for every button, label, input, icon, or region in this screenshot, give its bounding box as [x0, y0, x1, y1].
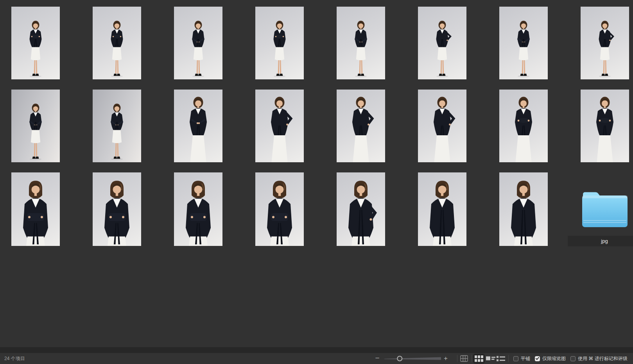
details-view-button[interactable]	[486, 355, 496, 362]
thumbnails-only-checkbox[interactable]	[535, 356, 540, 361]
check-icon	[536, 357, 539, 360]
table-view-button[interactable]	[460, 355, 469, 362]
portrait-photo	[174, 7, 222, 79]
photo-thumbnail[interactable]	[337, 7, 385, 79]
photo-thumbnail[interactable]	[174, 7, 222, 79]
photo-thumbnail[interactable]	[11, 172, 60, 246]
photo-thumbnail[interactable]	[174, 172, 222, 246]
photo-thumbnail[interactable]	[337, 172, 385, 246]
portrait-photo	[11, 172, 60, 246]
photo-thumbnail[interactable]	[255, 7, 304, 79]
photo-thumbnail[interactable]	[93, 7, 141, 79]
zoom-out-button[interactable]: −	[373, 353, 382, 364]
portrait-photo	[418, 7, 466, 79]
photo-thumbnail[interactable]	[418, 90, 466, 162]
photo-thumbnail[interactable]	[499, 90, 548, 162]
portrait-photo	[499, 7, 548, 79]
portrait-photo	[337, 7, 385, 79]
photo-thumbnail[interactable]	[255, 90, 304, 162]
portrait-photo	[174, 172, 222, 246]
divider	[508, 355, 509, 362]
folder-item-jpg[interactable]: jpg	[568, 172, 633, 247]
thumbnails-only-option[interactable]: 仅限缩览图	[535, 355, 566, 362]
photo-browser-window: jpg 24 个项目 − +	[0, 0, 633, 364]
photo-thumbnail[interactable]	[255, 172, 304, 246]
slider-knob[interactable]	[397, 356, 402, 361]
folder-icon	[581, 190, 628, 228]
photo-thumbnail[interactable]	[418, 172, 466, 246]
divider	[457, 355, 457, 362]
portrait-photo	[11, 7, 60, 79]
photo-thumbnail[interactable]	[581, 90, 629, 162]
thumbnail-grid: jpg	[0, 0, 633, 347]
divider	[472, 355, 472, 362]
portrait-photo	[255, 172, 304, 246]
list-view-icon	[497, 355, 506, 362]
photo-thumbnail[interactable]	[93, 172, 141, 246]
folder-label-bar: jpg	[568, 236, 633, 246]
portrait-photo	[174, 90, 222, 162]
portrait-photo	[255, 7, 304, 79]
thumbnail-size-slider[interactable]	[384, 355, 441, 362]
status-bar: 24 个项目 − +	[0, 353, 633, 364]
photo-thumbnail[interactable]	[337, 90, 385, 162]
cmd-tagging-checkbox-label[interactable]: 使用 ⌘ 进行标记和评级	[578, 355, 628, 362]
zoom-in-button[interactable]: +	[441, 353, 450, 364]
cmd-tagging-option[interactable]: 使用 ⌘ 进行标记和评级	[570, 355, 628, 362]
photo-thumbnail[interactable]	[174, 90, 222, 162]
portrait-photo	[337, 90, 385, 162]
thumbnail-details-view-icon	[486, 355, 496, 362]
tile-checkbox-label[interactable]: 平铺	[521, 355, 530, 362]
portrait-photo	[337, 172, 385, 246]
list-view-button[interactable]	[497, 355, 506, 362]
portrait-photo	[418, 172, 466, 246]
thumbnails-only-checkbox-label[interactable]: 仅限缩览图	[542, 355, 566, 362]
portrait-photo	[499, 172, 548, 246]
photo-thumbnail[interactable]	[418, 7, 466, 79]
portrait-photo	[93, 7, 141, 79]
photo-thumbnail[interactable]	[11, 90, 60, 162]
portrait-photo	[581, 90, 629, 162]
cmd-tagging-checkbox[interactable]	[570, 356, 576, 361]
bottom-scroll-strip[interactable]	[0, 347, 633, 353]
portrait-photo	[255, 90, 304, 162]
portrait-photo	[418, 90, 466, 162]
slider-track[interactable]	[384, 357, 441, 360]
item-count-label: 24 个项目	[4, 353, 25, 364]
table-grid-view-icon	[460, 355, 468, 362]
option-checkboxes: 平铺 仅限缩览图 使用 ⌘ 进行标记和评级	[513, 353, 628, 364]
portrait-photo	[499, 90, 548, 162]
photo-thumbnail[interactable]	[581, 7, 629, 79]
folder-name-label: jpg	[601, 238, 608, 244]
photo-thumbnail[interactable]	[11, 7, 60, 79]
photo-thumbnail[interactable]	[93, 90, 141, 162]
photo-thumbnail[interactable]	[499, 7, 548, 79]
portrait-photo	[581, 7, 629, 79]
photo-thumbnail[interactable]	[499, 172, 548, 246]
portrait-photo	[93, 172, 141, 246]
thumbnail-grid-view-icon	[475, 355, 483, 362]
tile-option[interactable]: 平铺	[513, 355, 530, 362]
portrait-photo	[11, 90, 60, 162]
thumbnails-view-button[interactable]	[473, 354, 485, 364]
portrait-photo	[93, 90, 141, 162]
tile-checkbox[interactable]	[513, 356, 518, 361]
